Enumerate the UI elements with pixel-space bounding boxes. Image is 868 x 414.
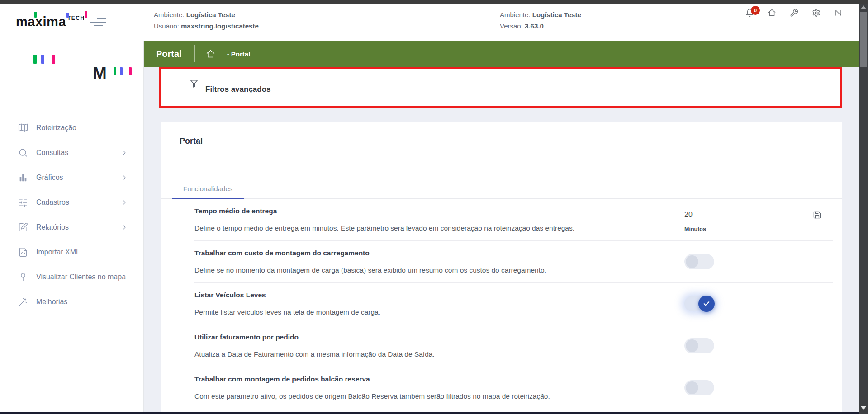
sidebar: M Roteirização Consultas Gráficos Cadast… bbox=[0, 41, 144, 414]
main-content: Portal - Portal Filtros avançados Portal… bbox=[144, 41, 859, 414]
logo-tech: TECH bbox=[67, 15, 85, 21]
setting-title: Trabalhar com custo de montagem do carre… bbox=[194, 249, 656, 257]
logo-bars-icon bbox=[33, 55, 55, 64]
logo-tick-green bbox=[34, 12, 37, 18]
search-icon bbox=[18, 148, 28, 158]
wand-icon bbox=[18, 297, 28, 307]
logo-bars-icon bbox=[114, 67, 132, 75]
edit-icon bbox=[18, 222, 28, 232]
tools-button[interactable] bbox=[790, 9, 798, 17]
card-title: Portal bbox=[161, 122, 842, 159]
settings-rows: Tempo médio de entrega Define o tempo mé… bbox=[161, 199, 842, 409]
logo-m-mark: M bbox=[93, 65, 107, 82]
sidebar-item-cadastros[interactable]: Cadastros bbox=[0, 190, 143, 215]
toggle-knob bbox=[686, 339, 698, 352]
setting-description: Permite listar veículos leves na tela de… bbox=[194, 308, 656, 316]
setting-row: Utilizar faturamento por pedido Atualiza… bbox=[194, 325, 833, 367]
logo-word: maxima bbox=[16, 14, 66, 29]
setting-row: Listar Veículos Leves Permite listar veí… bbox=[194, 283, 833, 325]
input-unit-label: Minutos bbox=[684, 226, 806, 232]
sidebar-item-importar-xml[interactable]: Importar XML bbox=[0, 240, 143, 264]
menu-toggle-icon[interactable] bbox=[90, 18, 106, 29]
window-bottom-edge bbox=[0, 412, 859, 414]
setting-row: Tempo médio de entrega Define o tempo mé… bbox=[194, 199, 833, 241]
sidebar-nav: Roteirização Consultas Gráficos Cadastro… bbox=[0, 115, 143, 314]
environment-version-info: Ambiente: Logística Teste Versão: 3.63.0 bbox=[500, 9, 581, 32]
sidebar-item-melhorias[interactable]: Melhorias bbox=[0, 289, 143, 314]
sidebar-item-visualizar-clientes-no-mapa[interactable]: Visualizar Clientes no mapa bbox=[0, 264, 143, 289]
file-xml-icon bbox=[18, 247, 28, 257]
setting-description: Com este parametro ativo, os pedidos de … bbox=[194, 392, 656, 400]
breadcrumb-divider bbox=[194, 45, 195, 62]
wrench-icon bbox=[790, 9, 798, 17]
setting-title: Tempo médio de entrega bbox=[194, 207, 656, 215]
toggle-switch[interactable] bbox=[684, 380, 714, 395]
sidebar-item-label: Relatórios bbox=[36, 222, 121, 232]
sidebar-item-roteirizacao[interactable]: Roteirização bbox=[0, 115, 143, 140]
setting-description: Define se no momento da montagem de carg… bbox=[194, 266, 656, 274]
portal-settings-card: Portal Funcionalidades Tempo médio de en… bbox=[161, 122, 842, 412]
settings-button[interactable] bbox=[812, 9, 821, 17]
setting-row: Trabalhar com custo de montagem do carre… bbox=[194, 241, 833, 283]
home-button[interactable] bbox=[768, 9, 776, 17]
setting-description: Define o tempo médio de entrega em minut… bbox=[194, 224, 656, 232]
notifications-button[interactable]: 0 bbox=[745, 9, 754, 17]
logo-tick-pink bbox=[85, 11, 87, 18]
minutes-input-group: 20Minutos bbox=[684, 211, 806, 232]
sidebar-item-label: Melhorias bbox=[36, 297, 127, 306]
sidebar-item-label: Visualizar Clientes no mapa bbox=[36, 272, 127, 282]
home-icon bbox=[768, 9, 776, 17]
page-header-bar: Portal - Portal bbox=[144, 41, 859, 67]
scrollbar-thumb[interactable] bbox=[860, 12, 867, 67]
save-icon[interactable] bbox=[813, 211, 821, 219]
sidebar-logo: M bbox=[0, 41, 143, 104]
setting-title: Trabalhar com montagem de pedidos balcão… bbox=[194, 375, 656, 383]
pin-icon bbox=[18, 272, 28, 282]
sidebar-item-label: Roteirização bbox=[36, 123, 127, 132]
setting-title: Listar Veículos Leves bbox=[194, 291, 656, 299]
nfe-button[interactable] bbox=[834, 9, 843, 17]
window-top-edge bbox=[0, 0, 868, 4]
sidebar-item-consultas[interactable]: Consultas bbox=[0, 140, 143, 165]
toggle-switch[interactable] bbox=[684, 296, 714, 311]
tab-funcionalidades[interactable]: Funcionalidades bbox=[172, 185, 244, 198]
logo-tick-blue bbox=[66, 13, 69, 18]
nfe-icon bbox=[834, 9, 843, 17]
toggle-switch[interactable] bbox=[684, 338, 714, 353]
sidebar-item-graficos[interactable]: Gráficos bbox=[0, 165, 143, 190]
sidebar-item-label: Cadastros bbox=[36, 198, 121, 207]
filter-icon bbox=[189, 79, 199, 89]
filters-label: Filtros avançados bbox=[205, 85, 271, 94]
map-icon bbox=[18, 123, 28, 133]
breadcrumb: - Portal bbox=[227, 50, 251, 58]
sidebar-item-label: Importar XML bbox=[36, 247, 127, 257]
minutes-input[interactable]: 20 bbox=[684, 211, 806, 222]
sliders-icon bbox=[18, 198, 28, 207]
gear-icon bbox=[812, 9, 821, 17]
chart-icon bbox=[18, 173, 28, 183]
environment-user-info: Ambiente: Logística Teste Usuário: maxst… bbox=[154, 9, 259, 32]
scroll-up-arrow-icon[interactable] bbox=[861, 5, 866, 9]
chevron-right-icon bbox=[121, 149, 128, 156]
notification-badge: 0 bbox=[751, 6, 760, 15]
toggle-knob bbox=[686, 381, 698, 394]
page-title: Portal bbox=[156, 49, 182, 59]
header-icons: 0 bbox=[745, 9, 843, 17]
setting-row: Trabalhar com montagem de pedidos balcão… bbox=[194, 367, 833, 409]
setting-title: Utilizar faturamento por pedido bbox=[194, 333, 656, 341]
breadcrumb-home-icon[interactable] bbox=[206, 49, 215, 59]
chevron-right-icon bbox=[121, 224, 128, 231]
sidebar-item-label: Consultas bbox=[36, 148, 121, 157]
vertical-scrollbar[interactable] bbox=[859, 0, 868, 414]
toggle-knob bbox=[698, 296, 715, 312]
tabs-bar: Funcionalidades bbox=[161, 159, 842, 199]
toggle-switch[interactable] bbox=[684, 254, 714, 269]
chevron-right-icon bbox=[121, 199, 128, 206]
setting-description: Atualiza a Data de Faturamento com a mes… bbox=[194, 350, 656, 358]
toggle-knob bbox=[686, 255, 698, 268]
maxima-logo: maximaTECH bbox=[16, 14, 85, 29]
sidebar-item-relatorios[interactable]: Relatórios bbox=[0, 215, 143, 240]
scroll-down-arrow-icon[interactable] bbox=[861, 406, 866, 410]
advanced-filters-panel[interactable]: Filtros avançados bbox=[159, 67, 842, 108]
chevron-right-icon bbox=[121, 174, 128, 181]
